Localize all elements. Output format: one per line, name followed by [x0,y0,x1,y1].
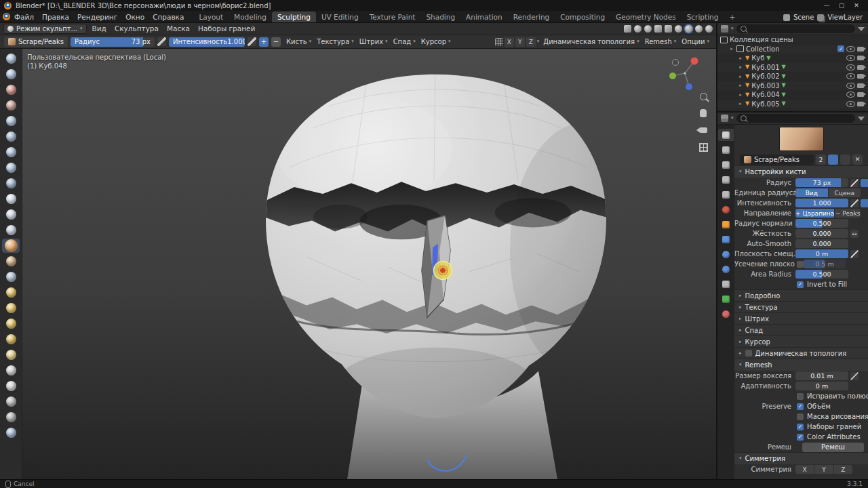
blender-menu-icon[interactable] [3,13,10,20]
tool-multiplane-scrape[interactable] [2,254,20,268]
menu-file[interactable]: Файл [10,12,38,22]
axis-negative-icon[interactable] [673,60,679,66]
tool-elastic-deform[interactable] [2,301,20,315]
invert-to-fill-checkbox[interactable] [797,281,804,288]
plane-trim-checkbox[interactable] [797,261,804,268]
section-texture[interactable]: ▸Текстура [734,301,868,312]
properties-tab-particles[interactable] [718,248,734,260]
solid-shading-icon[interactable] [685,25,692,33]
strength-slider[interactable]: 1.000 [795,199,848,207]
navigation-gizmo[interactable] [665,53,705,92]
studio-light-icon[interactable] [644,25,652,33]
preserve-face-sets-checkbox[interactable] [797,424,804,430]
hide-in-viewport-icon[interactable] [846,73,855,79]
toggle-perspective-button[interactable] [697,142,709,152]
hide-in-viewport-icon[interactable] [846,46,855,52]
radius-unit-option-item[interactable]: Сцена [829,188,861,197]
section-cursor[interactable]: ▸Курсор [734,336,868,347]
minimize-button[interactable]: — [819,2,834,9]
radius-slider[interactable]: Радиус 73 px [71,37,155,47]
xray-icon[interactable] [654,25,662,33]
add-brush-button[interactable]: + [259,37,269,47]
disable-in-render-icon[interactable] [857,83,864,88]
y-axis-icon[interactable] [669,73,676,79]
properties-tab-constraints[interactable] [718,278,734,290]
workspace-tab-modeling[interactable]: Modeling [229,12,272,22]
normal-radius-slider[interactable]: 0.500 [795,219,848,228]
properties-tab-modifiers[interactable] [718,233,734,245]
tool-pinch[interactable] [2,270,20,284]
tool-nudge[interactable] [2,363,20,378]
outliner-search-input[interactable] [736,24,855,33]
tool-flatten[interactable] [2,207,20,222]
properties-tab-view-layer[interactable] [718,174,734,186]
outliner-row-cube-004[interactable]: ▸▼Куб.004▼ [717,90,868,100]
tool-smooth[interactable] [2,192,20,206]
dyntopo-checkbox[interactable] [745,350,752,357]
workspace-tab-sculpting[interactable]: Sculpting [272,12,316,22]
hide-in-viewport-icon[interactable] [846,83,855,89]
fix-poles-checkbox[interactable] [797,393,804,400]
voxel-size-field[interactable]: 0.01 m [795,371,848,380]
symmetry-y-toggle[interactable]: Y [515,37,525,47]
brush-panel-cursor[interactable]: Курсор▾ [418,37,454,47]
tool-pose[interactable] [2,348,20,362]
workspace-tab-layout[interactable]: Layout [193,12,229,22]
tool-draw-sharp[interactable] [2,67,20,81]
hide-in-viewport-icon[interactable] [846,101,855,107]
disable-in-render-icon[interactable] [857,56,864,60]
tool-cloth[interactable] [2,426,20,440]
properties-tab-tool[interactable] [718,129,734,141]
disclosure-triangle-icon[interactable]: ▸ [738,64,743,70]
section-falloff[interactable]: ▸Спад [734,324,868,336]
fake-user-shield-icon[interactable] [828,155,838,165]
disclosure-triangle-icon[interactable]: ▸ [738,101,743,106]
preserve-paint-mask-checkbox[interactable] [797,413,804,420]
viewlayer-selector[interactable]: ViewLayer [827,14,863,21]
direction-option-peaks[interactable]: − Peaks [835,209,861,218]
workspace-tab-scripting[interactable]: Scripting [682,12,724,22]
collection-checkbox[interactable] [837,45,844,52]
disable-in-render-icon[interactable] [857,92,864,97]
disclosure-triangle-icon[interactable]: ▸ [729,46,734,52]
section-brush-settings[interactable]: ▾Настройки кисти [734,165,868,178]
preserve-volume-checkbox[interactable] [797,403,804,410]
disclosure-triangle-icon[interactable]: ▸ [738,92,743,98]
direction-option-item[interactable]: + Царапина [795,209,835,218]
radius-slider[interactable]: 73 px [795,178,848,187]
x-axis-icon[interactable] [691,58,698,65]
new-datablock-icon[interactable] [840,155,850,165]
section-remesh[interactable]: ▾Remesh [734,359,868,371]
disable-in-render-icon[interactable] [857,102,864,106]
workspace-tab-geometry-nodes[interactable]: Geometry Nodes [610,12,682,22]
tool-clay[interactable] [2,83,20,97]
grid-icon[interactable] [861,199,868,207]
unlink-close-icon[interactable]: ✕ [852,155,863,165]
outliner-editor-icon[interactable] [721,25,728,33]
outliner-row-cube[interactable]: ▸▼Куб▼ [717,54,868,63]
brush-panel-texture[interactable]: Текстура▾ [314,37,357,47]
outliner-row-cube-001[interactable]: ▸▼Куб.001▼ [717,63,868,73]
overlays-icon[interactable] [665,25,672,33]
disable-in-render-icon[interactable] [857,74,864,79]
properties-tab-world[interactable] [718,203,734,216]
area-radius-slider[interactable]: 0.500 [795,270,848,279]
disable-in-render-icon[interactable] [857,47,864,52]
rendered-shading-icon[interactable] [705,25,713,33]
brush-panel-falloff[interactable]: Спад▾ [391,37,418,47]
pen-icon[interactable] [850,250,859,258]
tool-snake-hook[interactable] [2,317,20,331]
hide-in-viewport-icon[interactable] [846,64,855,70]
symmetry-axes-y-toggle[interactable]: Y [814,465,833,474]
symmetry-x-toggle[interactable]: X [505,37,514,47]
properties-tab-output[interactable] [718,159,734,171]
disclosure-triangle-icon[interactable]: ▸ [738,74,743,79]
outliner-row-cube-005[interactable]: ▸▼Куб.005▼ [717,100,868,109]
add-workspace[interactable]: + [724,12,741,22]
workspace-tab-animation[interactable]: Animation [460,12,508,22]
maximize-button[interactable]: ▢ [834,2,849,9]
symmetry-z-toggle[interactable]: Z [526,37,536,47]
panel-dyntopo[interactable]: Динамическая топология▾ [540,37,642,47]
auto-smooth-slider[interactable]: 0.000 [795,239,848,248]
properties-tab-scene[interactable] [718,188,734,201]
